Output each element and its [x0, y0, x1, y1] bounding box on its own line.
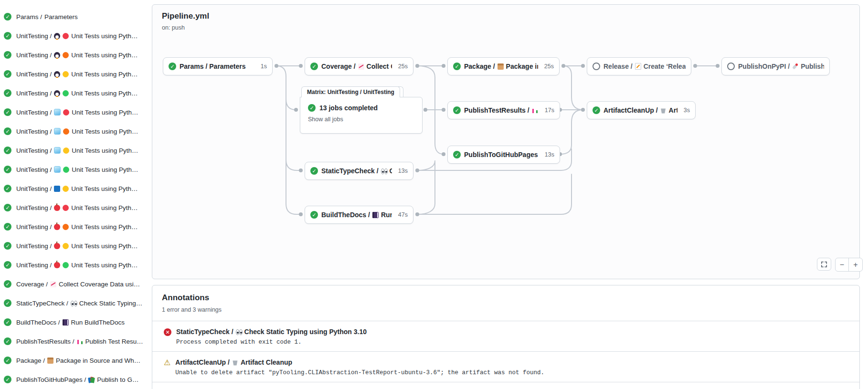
zoom-in-button[interactable]: + — [849, 258, 862, 271]
node-label: Run Buil… — [381, 211, 392, 219]
annotations-panel: Annotations 1 error and 3 warnings Stati… — [152, 285, 860, 389]
sidebar-item-unittesting-6[interactable]: UnitTesting /Unit Tests using Pyth… — [0, 122, 147, 141]
matrix-tab-label: Matrix: UnitTesting / UnitTesting — [307, 89, 394, 95]
sidebar-item-unittesting-10[interactable]: UnitTesting /Unit Tests using Pyth… — [0, 198, 147, 217]
annotation-message: Process completed with exit code 1. — [176, 339, 367, 346]
sidebar-item-publishtestresults[interactable]: PublishTestResults /Publish Test Resu… — [0, 332, 147, 351]
books-icon — [88, 377, 95, 383]
node-duration: 47s — [395, 211, 408, 218]
chart-increasing-icon — [50, 281, 56, 287]
sidebar-item-unittesting-2[interactable]: UnitTesting /Unit Tests using Pyth… — [0, 45, 147, 64]
job-label: Publish Test Resu… — [85, 338, 143, 345]
job-label: Check Static Typing… — [79, 300, 143, 307]
job-name: UnitTesting / — [16, 71, 52, 78]
node-coverage[interactable]: Coverage /Collect Cove… 25s — [305, 57, 413, 75]
annotation-content: StaticTypeCheck / Check Static Typing us… — [176, 328, 367, 346]
node-duration: 13s — [542, 151, 554, 158]
annotation-message: Unable to delete artifact "pyTooling.CLI… — [175, 369, 544, 376]
penguin-icon — [54, 71, 60, 77]
sidebar-item-buildthedocs[interactable]: BuildTheDocs /Run BuildTheDocs — [0, 313, 147, 332]
sidebar-item-unittesting-9[interactable]: UnitTesting /Unit Tests using Pyth… — [0, 179, 147, 198]
notebook-icon — [63, 319, 69, 326]
node-label: Publish to … — [801, 63, 824, 70]
node-label: Coverage / — [321, 63, 356, 70]
sidebar-item-package[interactable]: Package /Package in Source and Wh… — [0, 351, 147, 370]
node-label: Artifac… — [669, 106, 677, 114]
yellow-circle-icon — [63, 186, 69, 192]
sidebar-item-coverage[interactable]: Coverage /Collect Coverage Data usi… — [0, 274, 147, 294]
job-label: Package in Source and Wh… — [56, 357, 140, 364]
node-publishtestresults[interactable]: PublishTestResults /Pu… 17s — [447, 101, 560, 119]
job-label: Run BuildTheDocs — [71, 319, 125, 326]
success-icon — [4, 318, 11, 326]
pipeline-trigger: on: push — [162, 24, 185, 31]
annotation-title-link[interactable]: ArtifactCleanUp / Artifact Cleanup — [175, 358, 544, 366]
job-name: Coverage / — [16, 281, 48, 288]
workflow-run-page: Params /Parameters UnitTesting /Unit Tes… — [0, 0, 868, 389]
success-icon — [4, 108, 11, 116]
success-icon — [308, 104, 316, 112]
matrix-card[interactable]: 13 jobs completed Show all jobs — [300, 97, 423, 134]
rocket-icon — [792, 63, 798, 70]
memo-icon — [635, 63, 641, 70]
job-label: Publish to G… — [97, 376, 138, 383]
sidebar-item-unittesting-1[interactable]: UnitTesting /Unit Tests using Pyth… — [0, 26, 147, 45]
zoom-out-button[interactable]: − — [836, 258, 849, 271]
node-publishonpypi[interactable]: PublishOnPyPI /Publish to … — [721, 57, 830, 75]
node-duration: 1s — [258, 63, 267, 70]
job-label: Collect Coverage Data usi… — [59, 281, 140, 288]
yellow-circle-icon — [63, 71, 69, 77]
sidebar-item-unittesting-4[interactable]: UnitTesting /Unit Tests using Pyth… — [0, 84, 147, 103]
node-label: Collect Cove… — [367, 63, 392, 70]
node-label: Package in So… — [506, 63, 538, 70]
node-artifactcleanup[interactable]: ArtifactCleanUp /Artifac… 3s — [587, 101, 696, 119]
success-icon — [4, 51, 11, 59]
success-icon — [4, 261, 11, 269]
sidebar-item-unittesting-3[interactable]: UnitTesting /Unit Tests using Pyth… — [0, 64, 147, 84]
node-buildthedocs[interactable]: BuildTheDocs /Run Buil… 47s — [305, 206, 413, 224]
ice-cube-icon — [54, 166, 61, 173]
sidebar-item-statictypecheck[interactable]: StaticTypeCheck /Check Static Typing… — [0, 294, 147, 313]
success-icon — [4, 185, 11, 192]
sidebar-item-params[interactable]: Params /Parameters — [0, 7, 147, 26]
wastebasket-icon — [660, 107, 667, 114]
annotation-title-link[interactable]: StaticTypeCheck / Check Static Typing us… — [176, 328, 367, 336]
sidebar-item-unittesting-13[interactable]: UnitTesting /Unit Tests using Pyth… — [0, 255, 147, 274]
node-params[interactable]: Params / Parameters 1s — [163, 57, 273, 75]
sidebar-item-unittesting-5[interactable]: UnitTesting /Unit Tests using Pyth… — [0, 103, 147, 122]
show-all-jobs-link[interactable]: Show all jobs — [308, 116, 415, 123]
job-name: UnitTesting / — [16, 185, 52, 192]
success-icon — [453, 106, 461, 114]
job-name: UnitTesting / — [16, 32, 52, 40]
annotations-header: Annotations 1 error and 3 warnings — [152, 285, 859, 321]
sidebar-item-publishtogithubpages[interactable]: PublishToGitHubPages /Publish to G… — [0, 370, 147, 389]
job-name: UnitTesting / — [16, 109, 52, 116]
success-icon — [4, 242, 11, 250]
node-duration: 25s — [395, 63, 408, 70]
graph-edges — [152, 5, 859, 279]
orange-circle-icon — [63, 52, 69, 58]
success-icon — [4, 32, 11, 40]
node-label: PublishTestResults / — [464, 106, 529, 114]
success-icon — [4, 376, 11, 383]
zoom-button-group: − + — [835, 258, 863, 272]
job-name: UnitTesting / — [16, 90, 52, 97]
node-duration: 17s — [542, 107, 554, 114]
sidebar-item-unittesting-8[interactable]: UnitTesting /Unit Tests using Pyth… — [0, 160, 147, 179]
sidebar-item-unittesting-7[interactable]: UnitTesting /Unit Tests using Pyth… — [0, 141, 147, 160]
wastebasket-icon — [232, 359, 238, 366]
node-release[interactable]: Release /Create ‘Release P… — [587, 57, 691, 75]
fullscreen-button[interactable] — [817, 258, 831, 271]
sidebar-item-unittesting-12[interactable]: UnitTesting /Unit Tests using Pyth… — [0, 236, 147, 255]
node-publishtogithubpages[interactable]: PublishToGitHubPages /… 13s — [447, 146, 560, 164]
success-icon — [310, 167, 318, 175]
node-package[interactable]: Package /Package in So… 25s — [447, 57, 560, 75]
job-label: Unit Tests using Pyth… — [72, 166, 138, 173]
job-label: Unit Tests using Pyth… — [71, 204, 138, 211]
node-statictypecheck[interactable]: StaticTypeCheck /Chec… 13s — [305, 162, 413, 180]
green-circle-icon — [63, 90, 69, 96]
annotation-error-item: StaticTypeCheck / Check Static Typing us… — [152, 321, 859, 351]
sidebar-item-unittesting-11[interactable]: UnitTesting /Unit Tests using Pyth… — [0, 217, 147, 236]
success-icon — [4, 166, 11, 173]
success-icon — [4, 337, 11, 345]
